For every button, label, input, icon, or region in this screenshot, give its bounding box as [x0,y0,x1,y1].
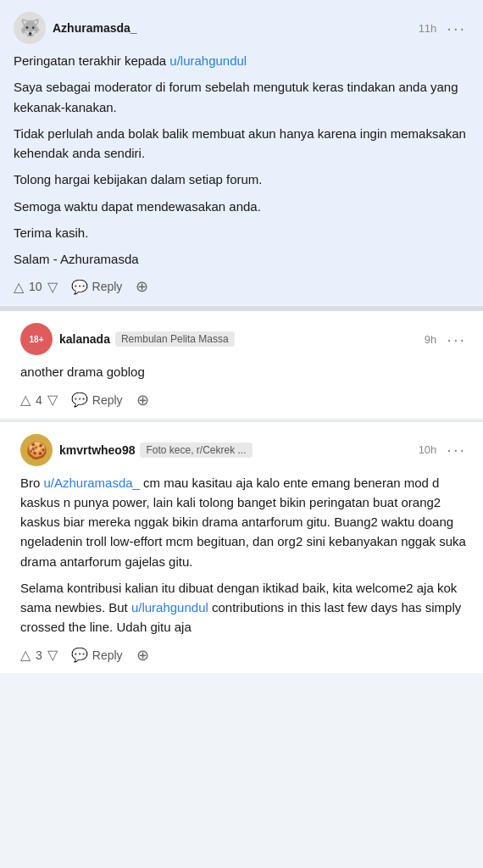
avatar: 🐺 [14,12,46,44]
downvote-button[interactable]: ▽ [47,392,58,408]
comment-body: Peringatan terakhir kepada u/lurahgundul… [14,51,469,269]
comment-meta: Azhuramasda_ [53,21,412,35]
comment-header: 🍪 kmvrtwheo98 Foto kece, r/Cekrek ... 10… [20,434,469,466]
vote-count: 4 [36,393,42,407]
mention-lurahgundul[interactable]: u/lurahgundul [169,53,247,68]
username: Azhuramasda_ [53,21,137,35]
upvote-button[interactable]: △ [14,279,24,295]
vote-group: △ 3 ▽ [20,647,58,663]
award-button[interactable]: ⊕ [136,646,149,665]
reply-icon: 💬 [71,647,88,663]
award-button[interactable]: ⊕ [136,277,148,296]
award-button[interactable]: ⊕ [136,391,149,409]
comment-body: another drama goblog [20,362,469,381]
timestamp: 11h [419,22,437,35]
comment-body: Bro u/Azhuramasda_ cm mau kasitau aja ka… [20,473,469,637]
timestamp: 9h [425,333,436,346]
comment-header: 🐺 Azhuramasda_ 11h ··· [14,12,469,44]
reply-comment-card-1: 18+ kalanada Rembulan Pelita Massa 9h ··… [0,311,483,417]
action-bar: △ 3 ▽ 💬 Reply ⊕ [20,646,469,665]
comment-header: 18+ kalanada Rembulan Pelita Massa 9h ··… [20,323,469,355]
username: kalanada [59,332,110,346]
reply-comment-card-2: 🍪 kmvrtwheo98 Foto kece, r/Cekrek ... 10… [0,422,483,673]
reply-button[interactable]: 💬 Reply [71,392,123,408]
avatar: 🍪 [20,434,53,466]
downvote-button[interactable]: ▽ [47,647,58,663]
reply-button[interactable]: 💬 Reply [71,279,123,295]
reply-label: Reply [92,393,123,407]
action-bar: △ 10 ▽ 💬 Reply ⊕ [14,277,469,296]
upvote-button[interactable]: △ [20,392,31,408]
vote-count: 3 [36,648,42,662]
vote-group: △ 10 ▽ [14,279,58,295]
reply-button[interactable]: 💬 Reply [71,647,123,663]
vote-group: △ 4 ▽ [20,392,58,408]
username: kmvrtwheo98 [59,443,135,457]
comment-meta: kmvrtwheo98 Foto kece, r/Cekrek ... [59,442,412,458]
reply-label: Reply [92,648,123,662]
reply-label: Reply [92,280,123,293]
downvote-button[interactable]: ▽ [47,279,58,295]
avatar: 18+ [20,323,53,355]
user-flair: Foto kece, r/Cekrek ... [140,442,252,458]
user-flair: Rembulan Pelita Massa [115,331,235,347]
main-comment-card: 🐺 Azhuramasda_ 11h ··· Peringatan terakh… [0,0,483,304]
mention-azhuramasda[interactable]: u/Azhuramasda_ [44,476,140,490]
more-options-button[interactable]: ··· [443,440,469,459]
more-options-button[interactable]: ··· [443,19,469,38]
upvote-button[interactable]: △ [20,647,31,663]
vote-count: 10 [29,280,42,293]
comment-meta: kalanada Rembulan Pelita Massa [59,331,418,347]
reply-icon: 💬 [71,392,88,408]
timestamp: 10h [419,443,437,456]
more-options-button[interactable]: ··· [443,330,469,349]
reply-icon: 💬 [71,279,88,295]
action-bar: △ 4 ▽ 💬 Reply ⊕ [20,391,469,409]
mention-lurahgundul-2[interactable]: u/lurahgundul [131,600,208,615]
